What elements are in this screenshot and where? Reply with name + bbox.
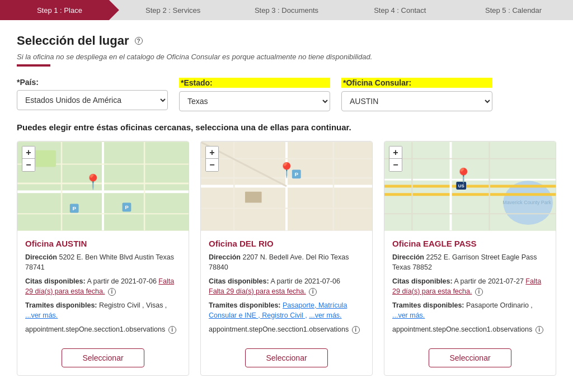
- select-button-eaglepass[interactable]: Seleccionar: [429, 348, 511, 367]
- obs-info-austin[interactable]: i: [168, 326, 176, 334]
- offices-heading: Puedes elegir entre éstas oficinas cerca…: [17, 122, 556, 132]
- map-pin-austin: 📍: [84, 173, 102, 191]
- card-info-austin: Oficina AUSTIN Dirección 5202 E. Ben Whi…: [17, 231, 189, 343]
- map-pin-delrio: 📍: [278, 162, 295, 179]
- country-group: *País: Estados Unidos de América: [17, 78, 168, 111]
- office-address-austin: Dirección 5202 E. Ben White Blvd Austin …: [25, 253, 181, 272]
- office-name-eaglepass: Oficina EAGLE PASS: [392, 239, 548, 248]
- office-group: *Oficina Consular: AUSTINDEL RIOEAGLE PA…: [341, 78, 492, 111]
- office-name-austin: Oficina AUSTIN: [25, 239, 181, 248]
- map-controls-eaglepass: + −: [389, 146, 402, 172]
- zoom-out-eaglepass[interactable]: −: [389, 159, 402, 171]
- progress-step-3[interactable]: Step 3 : Documents: [227, 0, 346, 20]
- main-content: Selección del lugar ? Si la oficina no s…: [0, 20, 573, 389]
- card-footer-delrio: Seleccionar: [201, 343, 372, 375]
- progress-step-2[interactable]: Step 2 : Services: [114, 0, 233, 20]
- card-info-eaglepass: Oficina EAGLE PASS Dirección 2252 E. Gar…: [384, 231, 556, 343]
- zoom-in-eaglepass[interactable]: +: [389, 147, 402, 159]
- map-delrio: P + − 📍: [201, 141, 372, 231]
- page-subtitle: Si la oficina no se despliega en el cata…: [17, 53, 556, 61]
- office-tramites-delrio: Tramites disponibles: Pasaporte, Matrícu…: [209, 301, 364, 320]
- svg-text:P: P: [125, 204, 129, 210]
- citas-warning-delrio: Falta 29 día(s) para esta fecha.: [209, 287, 306, 295]
- office-address-eaglepass: Dirección 2252 E. Garrison Street Eagle …: [392, 253, 548, 272]
- svg-text:P: P: [72, 205, 76, 211]
- office-citas-delrio: Citas disponibles: A partir de 2021-07-0…: [209, 277, 364, 296]
- office-label: *Oficina Consular:: [341, 78, 492, 88]
- obs-info-delrio[interactable]: i: [352, 326, 360, 334]
- card-info-delrio: Oficina DEL RIO Dirección 2207 N. Bedell…: [201, 231, 372, 343]
- citas-info-delrio[interactable]: i: [309, 288, 317, 296]
- svg-rect-8: [34, 150, 56, 167]
- map-controls-austin: + −: [22, 146, 35, 172]
- tramites-link-austin[interactable]: ...ver más.: [25, 311, 58, 319]
- progress-step-5[interactable]: Step 5 : Calendar: [454, 0, 573, 20]
- office-citas-austin: Citas disponibles: A partir de 2021-07-0…: [25, 277, 181, 296]
- map-austin: P P + − 📍: [17, 141, 189, 231]
- form-row: *País: Estados Unidos de América *Estado…: [17, 78, 556, 111]
- obs-info-eaglepass[interactable]: i: [536, 326, 543, 334]
- state-label: *Estado:: [179, 78, 330, 88]
- office-card-austin: P P + − 📍 Oficina AUSTIN Dirección 5202 …: [17, 141, 189, 376]
- office-obs-austin: appointment.stepOne.secction1.observatio…: [25, 325, 181, 335]
- state-group: *Estado: Texas: [179, 78, 330, 111]
- map-controls-delrio: + −: [205, 146, 219, 172]
- office-name-delrio: Oficina DEL RIO: [209, 239, 364, 248]
- state-select[interactable]: Texas: [179, 91, 330, 111]
- page-title: Selección del lugar ?: [17, 34, 556, 48]
- offices-grid: P P + − 📍 Oficina AUSTIN Dirección 5202 …: [17, 141, 556, 376]
- citas-info-austin[interactable]: i: [108, 288, 116, 296]
- office-obs-eaglepass: appointment.stepOne.secction1.observatio…: [392, 325, 548, 335]
- office-tramites-austin: Tramites disponibles: Registro Civil , V…: [25, 301, 181, 320]
- office-address-delrio: Dirección 2207 N. Bedell Ave. Del Rio Te…: [209, 253, 364, 272]
- zoom-in-austin[interactable]: +: [22, 147, 35, 159]
- country-label: *País:: [17, 78, 168, 87]
- office-select[interactable]: AUSTINDEL RIOEAGLE PASS: [341, 91, 492, 111]
- select-button-austin[interactable]: Seleccionar: [62, 348, 144, 367]
- card-footer-austin: Seleccionar: [17, 343, 189, 375]
- map-pin-eaglepass: 📍: [454, 167, 472, 185]
- title-underline: [17, 64, 50, 67]
- office-card-delrio: P + − 📍 Oficina DEL RIO Dirección 2207 N…: [200, 141, 373, 376]
- progress-bar: Step 1 : Place Step 2 : Services Step 3 …: [0, 0, 573, 20]
- card-footer-eaglepass: Seleccionar: [384, 343, 556, 375]
- map-eaglepass: Maverick County Park US + −: [384, 141, 556, 231]
- tramites-link-eaglepass[interactable]: ...ver más.: [392, 311, 425, 319]
- zoom-out-austin[interactable]: −: [22, 159, 35, 171]
- progress-step-4[interactable]: Step 4 : Contact: [340, 0, 459, 20]
- zoom-in-delrio[interactable]: +: [206, 147, 218, 159]
- office-citas-eaglepass: Citas disponibles: A partir de 2021-07-2…: [392, 277, 548, 296]
- citas-info-eaglepass[interactable]: i: [475, 288, 483, 296]
- country-select[interactable]: Estados Unidos de América: [17, 90, 168, 110]
- office-tramites-eaglepass: Tramites disponibles: Pasaporte Ordinari…: [392, 301, 548, 320]
- title-help-icon[interactable]: ?: [135, 37, 143, 45]
- tramites-link-delrio[interactable]: ...ver más.: [309, 311, 341, 319]
- svg-text:Maverick County Park: Maverick County Park: [502, 200, 551, 205]
- progress-step-1[interactable]: Step 1 : Place: [0, 0, 119, 20]
- office-obs-delrio: appointment.stepOne.secction1.observatio…: [209, 325, 364, 335]
- zoom-out-delrio[interactable]: −: [206, 159, 218, 171]
- select-button-delrio[interactable]: Seleccionar: [245, 348, 327, 367]
- svg-rect-24: [245, 192, 262, 203]
- office-card-eaglepass: Maverick County Park US + −: [384, 141, 556, 376]
